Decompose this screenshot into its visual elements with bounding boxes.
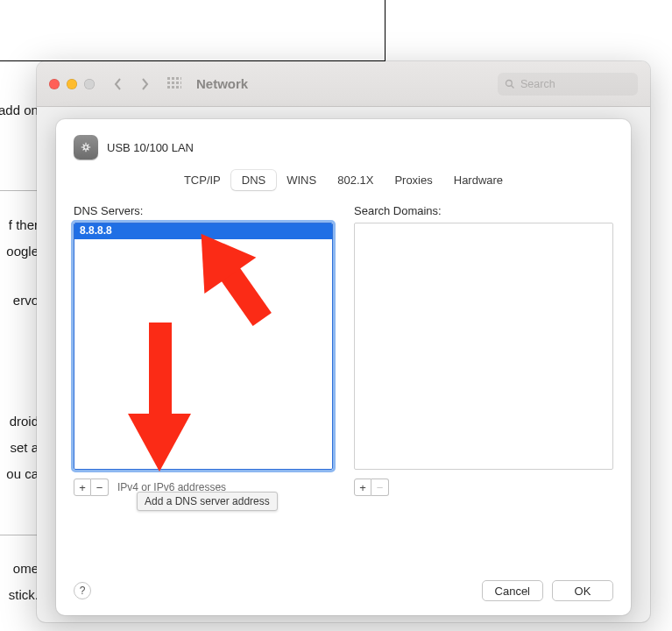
sheet-footer: ? Cancel OK xyxy=(74,580,613,601)
domains-add-remove: + − xyxy=(354,479,389,496)
search-field[interactable]: Search xyxy=(498,73,638,96)
svg-rect-0 xyxy=(167,77,170,80)
svg-rect-11 xyxy=(180,86,181,89)
dns-server-row[interactable]: 8.8.8.8 xyxy=(74,223,332,239)
dns-servers-panel: DNS Servers: 8.8.8.8 + − IPv4 or IPv6 ad… xyxy=(74,204,333,568)
search-domains-label: Search Domains: xyxy=(354,204,613,217)
bg-rule xyxy=(0,190,37,191)
svg-rect-5 xyxy=(172,82,174,84)
tab-wins[interactable]: WINS xyxy=(276,170,327,190)
add-dns-button[interactable]: + xyxy=(74,479,91,496)
window-controls xyxy=(49,79,95,89)
prefs-window: Network Search Revert Apply USB 10/100 L… xyxy=(37,61,650,622)
show-all-button[interactable] xyxy=(165,74,184,94)
ok-button[interactable]: OK xyxy=(552,580,613,601)
svg-rect-6 xyxy=(176,82,179,84)
bg-text: add on xyxy=(0,98,39,122)
svg-rect-2 xyxy=(176,77,179,80)
bg-text: stick. xyxy=(0,583,39,606)
svg-rect-9 xyxy=(172,86,174,89)
window-title: Network xyxy=(196,76,491,91)
dns-sheet: USB 10/100 LAN TCP/IP DNS WINS 802.1X Pr… xyxy=(56,119,631,615)
ethernet-glyph-icon xyxy=(78,139,94,155)
tab-proxies[interactable]: Proxies xyxy=(384,170,442,190)
tab-tcpip[interactable]: TCP/IP xyxy=(173,170,231,190)
bg-text: oogle xyxy=(0,239,39,263)
tab-8021x[interactable]: 802.1X xyxy=(327,170,384,190)
bg-box xyxy=(0,0,386,61)
svg-point-14 xyxy=(84,145,88,150)
svg-rect-10 xyxy=(176,86,179,89)
add-domain-button[interactable]: + xyxy=(354,479,371,496)
toolbar: Network Search xyxy=(37,61,650,107)
chevron-right-icon xyxy=(139,78,150,90)
bg-text: f ther xyxy=(0,213,39,237)
help-button[interactable]: ? xyxy=(74,582,91,599)
search-icon xyxy=(505,79,515,89)
bg-text: droid xyxy=(0,409,39,433)
bg-text: set a xyxy=(0,436,39,459)
svg-rect-8 xyxy=(167,86,170,89)
tab-dns[interactable]: DNS xyxy=(231,170,276,190)
svg-line-13 xyxy=(512,85,514,88)
svg-point-12 xyxy=(506,80,513,86)
back-button[interactable] xyxy=(109,74,128,94)
tab-hardware[interactable]: Hardware xyxy=(443,170,513,190)
add-dns-tooltip: Add a DNS server address xyxy=(137,492,278,511)
cancel-button[interactable]: Cancel xyxy=(482,580,543,601)
dns-servers-label: DNS Servers: xyxy=(74,204,333,217)
bg-text: ome xyxy=(0,557,39,580)
search-placeholder: Search xyxy=(520,78,555,90)
remove-dns-button[interactable]: − xyxy=(91,479,109,496)
remove-domain-button[interactable]: − xyxy=(371,479,389,496)
tab-bar: TCP/IP DNS WINS 802.1X Proxies Hardware xyxy=(74,170,613,190)
minimize-window-button[interactable] xyxy=(67,79,77,89)
bg-text: ou ca xyxy=(0,462,39,486)
search-domains-panel: Search Domains: + − xyxy=(354,204,613,568)
bg-rule xyxy=(0,535,37,535)
svg-rect-1 xyxy=(172,77,174,80)
interface-header: USB 10/100 LAN xyxy=(74,135,613,160)
bg-text: ervo xyxy=(0,288,39,312)
ethernet-icon xyxy=(74,135,98,160)
svg-rect-7 xyxy=(180,82,181,84)
chevron-left-icon xyxy=(113,78,124,90)
interface-name: USB 10/100 LAN xyxy=(107,141,194,154)
dns-add-remove: + − xyxy=(74,479,109,496)
grid-icon xyxy=(167,77,181,91)
svg-rect-3 xyxy=(180,77,181,80)
domains-controls: + − xyxy=(354,479,613,496)
forward-button[interactable] xyxy=(135,74,154,94)
search-domains-list[interactable] xyxy=(354,223,613,470)
panels: DNS Servers: 8.8.8.8 + − IPv4 or IPv6 ad… xyxy=(74,204,613,568)
zoom-window-button[interactable] xyxy=(84,79,95,89)
close-window-button[interactable] xyxy=(49,79,60,89)
svg-rect-4 xyxy=(167,82,170,84)
dns-servers-list[interactable]: 8.8.8.8 xyxy=(74,223,333,470)
